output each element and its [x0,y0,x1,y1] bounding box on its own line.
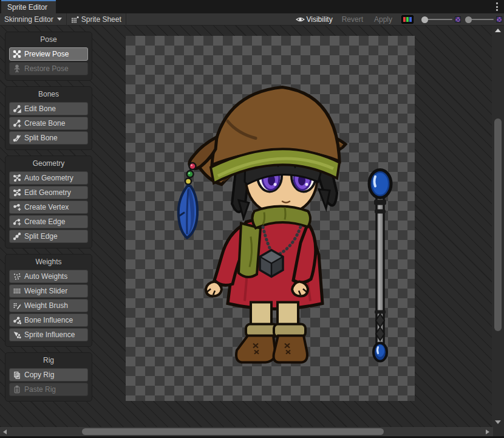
slider-handle[interactable] [421,16,428,23]
button-label: Split Edge [24,232,58,241]
copy-rig-button[interactable]: Copy Rig [9,368,88,382]
button-label: Auto Geometry [24,174,73,182]
scroll-right-arrow[interactable] [486,429,489,434]
paste-rig-button[interactable]: Paste Rig [9,383,88,396]
sprite-editor-window: Sprite Editor Skinning Editor Sprit [0,0,504,438]
vertical-scrollbar-thumb[interactable] [494,118,502,331]
create-edge-button[interactable]: Create Edge [9,215,88,228]
panel-group-bones: BonesEdit BoneCreate BoneSplit Bone [5,86,92,150]
visibility-label: Visibility [307,15,333,24]
vertical-scrollbar[interactable] [492,26,504,427]
group-title: Rig [9,355,88,365]
create-edge-icon [13,217,21,226]
button-label: Edit Bone [24,104,56,113]
split-edge-icon [13,232,21,241]
apply-button[interactable]: Apply [370,13,397,26]
workspace-background: PosePreview PoseRestore PoseBonesEdit Bo… [0,26,504,427]
button-label: Create Edge [24,217,65,226]
weight-brush-icon [13,301,21,310]
tab-title: Sprite Editor [7,3,47,12]
weight-slider-icon [13,287,21,295]
apply-label: Apply [374,15,392,24]
sprite-canvas[interactable] [126,36,415,401]
preview-pose-button[interactable]: Preview Pose [9,47,88,61]
edit-bone-icon [13,104,21,113]
panel-group-geometry: GeometryAuto GeometryEdit GeometryCreate… [5,156,92,248]
revert-button[interactable]: Revert [338,13,367,26]
scroll-up-arrow[interactable] [495,29,501,32]
group-title: Pose [9,35,88,44]
button-label: Edit Geometry [24,188,71,197]
tab-bar: Sprite Editor [0,0,504,13]
slider-handle[interactable] [465,16,472,23]
button-label: Weight Slider [24,287,67,295]
edit-bone-button[interactable]: Edit Bone [9,102,88,115]
scroll-left-arrow[interactable] [3,429,7,434]
button-label: Create Bone [24,119,65,128]
group-title: Bones [9,89,88,99]
skinning-editor-label: Skinning Editor [4,15,53,24]
copy-rig-icon [13,371,21,379]
split-bone-icon [13,134,21,142]
button-label: Preview Pose [24,50,69,58]
mesh-alpha-checker-icon [496,16,502,22]
bone-influence-icon [13,316,21,324]
create-bone-button[interactable]: Create Bone [9,117,88,130]
button-label: Restore Pose [24,64,69,73]
tool-panels: PosePreview PoseRestore PoseBonesEdit Bo… [5,32,92,407]
button-label: Split Bone [24,134,58,142]
skinning-editor-dropdown[interactable]: Skinning Editor [0,13,66,26]
button-label: Bone Influence [24,316,73,324]
panel-group-weights: WeightsAuto WeightsWeight SliderWeight B… [5,254,92,347]
magic-staff-sprite [369,170,391,361]
scrollbar-corner [493,427,504,436]
sprite-alpha-slider[interactable] [421,15,452,24]
character-and-staff-sprite [126,36,415,401]
split-bone-button[interactable]: Split Bone [9,131,88,145]
sprite-sheet-icon [71,15,80,24]
feather-charm [179,186,197,238]
restore-pose-button[interactable]: Restore Pose [9,62,88,75]
restore-pose-icon [13,64,21,73]
kebab-menu-icon[interactable] [496,2,499,11]
edit-geometry-icon [13,188,21,197]
panel-group-pose: PosePreview PoseRestore Pose [5,32,92,81]
tab-sprite-editor[interactable]: Sprite Editor [1,0,56,13]
create-bone-icon [13,119,21,128]
visibility-button[interactable]: Visibility [293,13,335,26]
mesh-alpha-slider[interactable] [465,15,494,24]
paste-rig-icon [13,385,21,394]
caret-down-icon [57,18,62,21]
edit-geometry-button[interactable]: Edit Geometry [9,186,88,199]
horizontal-scrollbar-thumb[interactable] [82,428,384,435]
button-label: Create Vertex [24,203,69,211]
scroll-down-arrow[interactable] [495,420,501,424]
panel-group-rig: RigCopy RigPaste Rig [5,352,92,402]
group-title: Weights [9,257,88,267]
preview-pose-icon [13,50,21,58]
eye-icon [296,16,305,23]
weight-slider-button[interactable]: Weight Slider [9,284,88,298]
auto-geometry-button[interactable]: Auto Geometry [9,171,88,185]
button-label: Paste Rig [24,385,56,394]
sprite-sheet-button[interactable]: Sprite Sheet [67,13,126,26]
button-label: Auto Weights [24,272,67,281]
rgb-color-swatch[interactable] [401,15,414,24]
sprite-influence-button[interactable]: Sprite Influence [9,328,88,341]
create-vertex-button[interactable]: Create Vertex [9,200,88,214]
toolbar-separator [126,13,126,26]
bone-influence-button[interactable]: Bone Influence [9,313,88,327]
button-label: Sprite Influence [24,330,75,339]
weight-brush-button[interactable]: Weight Brush [9,299,88,312]
witch-character-sprite [179,87,346,363]
auto-weights-button[interactable]: Auto Weights [9,270,88,283]
create-vertex-icon [13,203,21,211]
split-edge-button[interactable]: Split Edge [9,230,88,243]
group-title: Geometry [9,159,88,168]
button-label: Weight Brush [24,301,68,310]
horizontal-scrollbar[interactable] [0,427,493,436]
toolbar: Skinning Editor Sprite Sheet [0,13,504,26]
sprite-alpha-checker-icon [455,16,461,22]
auto-geometry-icon [13,174,21,182]
hat-beads [185,163,196,185]
